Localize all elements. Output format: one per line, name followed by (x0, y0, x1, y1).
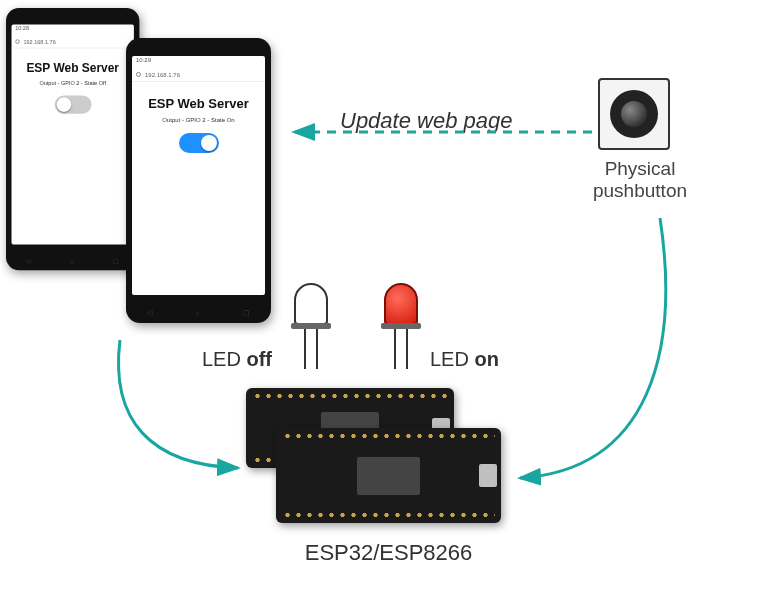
phone-off-navbar: ◁ ○ ▢ (6, 257, 139, 264)
led-off-bulb (294, 283, 328, 325)
mcu-chip (357, 457, 420, 495)
toggle-switch-on[interactable] (179, 133, 219, 153)
info-icon (136, 72, 141, 77)
nav-recent-icon[interactable]: ▢ (243, 309, 250, 317)
usb-port (479, 464, 497, 487)
phone-on-urlbar: 192.168.1.76 (132, 68, 265, 82)
nav-home-icon[interactable]: ○ (70, 258, 74, 264)
toggle-knob (56, 97, 71, 112)
phone-off-url: 192.168.1.76 (23, 39, 55, 45)
info-icon (15, 39, 20, 44)
nav-recent-icon[interactable]: ▢ (113, 257, 119, 264)
pushbutton-cap (621, 101, 647, 127)
page-title: ESP Web Server (132, 96, 265, 111)
phone-off: 10:28 192.168.1.76 ESP Web Server Output… (6, 8, 139, 270)
board-label: ESP32/ESP8266 (276, 540, 501, 566)
arrow-pushbutton-to-board (520, 218, 666, 478)
phone-on-statusbar: 10:29 (132, 56, 265, 68)
phone-off-content: ESP Web Server Output - GPIO 2 - State O… (12, 48, 134, 244)
led-on-bulb (384, 283, 418, 325)
pushbutton-label: Physical pushbutton (580, 158, 700, 202)
led-on (380, 283, 422, 369)
led-off (290, 283, 332, 369)
phone-off-urlbar: 192.168.1.76 (12, 36, 134, 49)
led-legs (304, 329, 318, 369)
phone-on-screen: 10:29 192.168.1.76 ESP Web Server Output… (132, 56, 265, 295)
toggle-switch-off[interactable] (54, 95, 91, 113)
phone-on-url: 192.168.1.76 (145, 72, 180, 78)
output-state-label: Output - GPIO 2 - State On (132, 117, 265, 123)
phone-off-screen: 10:28 192.168.1.76 ESP Web Server Output… (12, 25, 134, 245)
nav-back-icon[interactable]: ◁ (26, 257, 31, 264)
esp-board-front (276, 428, 501, 523)
physical-pushbutton[interactable] (598, 78, 670, 150)
led-legs (394, 329, 408, 369)
phone-on-navbar: ◁ ○ ▢ (126, 309, 271, 317)
toggle-knob (201, 135, 217, 151)
pushbutton-ring (610, 90, 658, 138)
nav-back-icon[interactable]: ◁ (147, 309, 152, 317)
output-state-label: Output - GPIO 2 - State Off (12, 81, 134, 87)
phone-on: 10:29 192.168.1.76 ESP Web Server Output… (126, 38, 271, 323)
page-title: ESP Web Server (12, 61, 134, 75)
nav-home-icon[interactable]: ○ (195, 310, 199, 317)
phone-on-content: ESP Web Server Output - GPIO 2 - State O… (132, 82, 265, 295)
led-off-label: LED off (202, 348, 272, 371)
phone-off-statusbar: 10:28 (12, 25, 134, 36)
led-on-label: LED on (430, 348, 499, 371)
update-web-page-label: Update web page (340, 108, 512, 134)
